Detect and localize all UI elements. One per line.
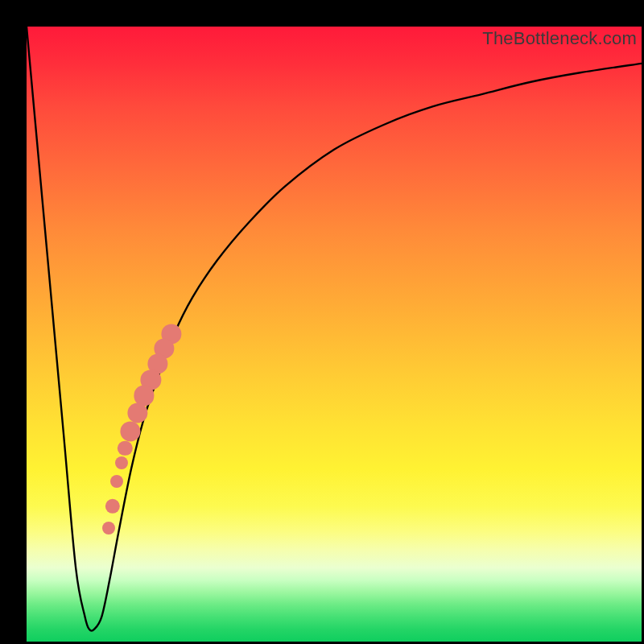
data-point-dot-gap2 [115, 456, 128, 469]
data-point-dot-bottom [102, 522, 115, 535]
watermark-text: TheBottleneck.com [482, 28, 637, 49]
chart-frame: TheBottleneck.com [0, 0, 644, 644]
data-point-dot-gap3 [110, 475, 123, 488]
bottleneck-curve [27, 27, 642, 642]
plot-area: TheBottleneck.com [27, 27, 642, 642]
